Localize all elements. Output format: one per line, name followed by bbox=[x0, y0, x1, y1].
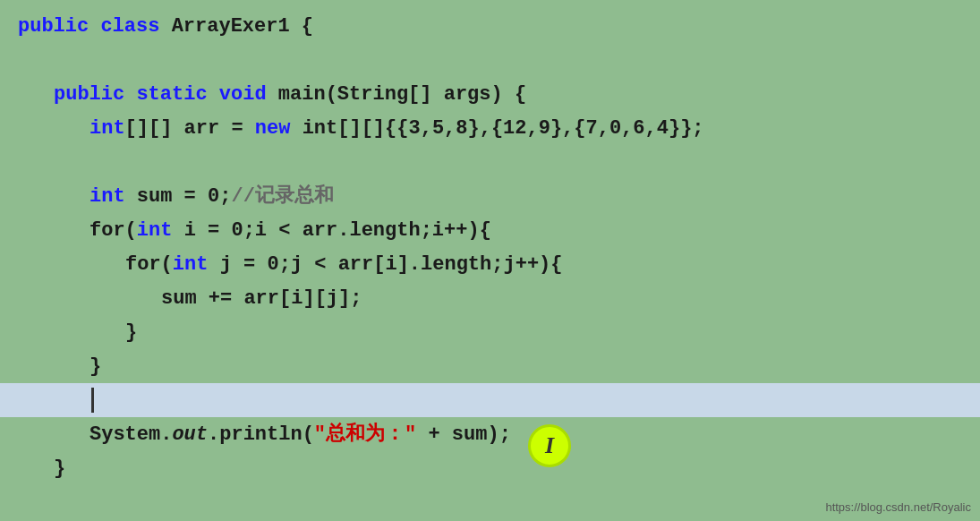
code-line-5 bbox=[0, 145, 980, 179]
arr-init: int[][]{{3,5,8},{12,9},{7,0,6,4}}; bbox=[303, 114, 704, 143]
keyword-static: static bbox=[136, 80, 218, 109]
close-outer: } bbox=[89, 352, 101, 381]
code-line-2 bbox=[0, 43, 980, 77]
for-outer: for( bbox=[89, 216, 137, 245]
keyword-public2: public bbox=[54, 80, 136, 109]
keyword-class: class bbox=[100, 12, 171, 41]
close-inner: } bbox=[125, 318, 137, 347]
code-line-6: int sum = 0;//记录总和 bbox=[0, 179, 980, 213]
println: .println( bbox=[208, 420, 314, 449]
string-literal: "总和为：" bbox=[314, 420, 416, 449]
keyword-int2: int bbox=[89, 182, 137, 211]
keyword-int1: int bbox=[89, 114, 125, 143]
concat: + sum); bbox=[416, 420, 511, 449]
code-line-14: } bbox=[0, 451, 980, 485]
arr-decl: [][] arr = bbox=[125, 114, 255, 143]
system-out: System. bbox=[89, 420, 172, 449]
code-line-4: int[][] arr = new int[][]{{3,5,8},{12,9}… bbox=[0, 111, 980, 145]
cursor-letter: I bbox=[545, 432, 554, 459]
cursor-icon: I bbox=[528, 424, 571, 467]
code-line-3: public static void main(String[] args) { bbox=[0, 77, 980, 111]
code-line-8: for(int j = 0;j < arr[i].length;j++){ bbox=[0, 247, 980, 281]
keyword-int4: int bbox=[173, 250, 220, 279]
code-line-11: } bbox=[0, 349, 980, 383]
code-container: public class ArrayExer1 { public static … bbox=[0, 0, 980, 521]
class-name: ArrayExer1 { bbox=[172, 12, 313, 41]
keyword-new: new bbox=[255, 114, 303, 143]
close-main: } bbox=[54, 454, 65, 483]
code-line-10: } bbox=[0, 315, 980, 349]
for-outer2: i = 0;i < arr.length;i++){ bbox=[184, 216, 491, 245]
sum-update: sum += arr[i][j]; bbox=[161, 284, 362, 313]
keyword-int3: int bbox=[137, 216, 184, 245]
keyword-public: public bbox=[18, 12, 100, 41]
code-line-9: sum += arr[i][j]; bbox=[0, 281, 980, 315]
text-cursor bbox=[91, 388, 94, 413]
code-line-7: for(int i = 0;i < arr.length;i++){ bbox=[0, 213, 980, 247]
keyword-void: void bbox=[219, 80, 278, 109]
code-line-13: System.out.println("总和为：" + sum); bbox=[0, 417, 980, 451]
comment-sum: //记录总和 bbox=[231, 182, 333, 211]
sum-decl: sum = 0; bbox=[137, 182, 232, 211]
for-inner: for( bbox=[125, 250, 173, 279]
code-line-1: public class ArrayExer1 { bbox=[0, 9, 980, 43]
watermark: https://blog.csdn.net/Royalic bbox=[825, 500, 971, 514]
main-signature: main(String[] args) { bbox=[278, 80, 526, 109]
code-line-12-cursor bbox=[0, 383, 980, 417]
for-inner2: j = 0;j < arr[i].length;j++){ bbox=[220, 250, 563, 279]
out-keyword: out bbox=[172, 420, 208, 449]
